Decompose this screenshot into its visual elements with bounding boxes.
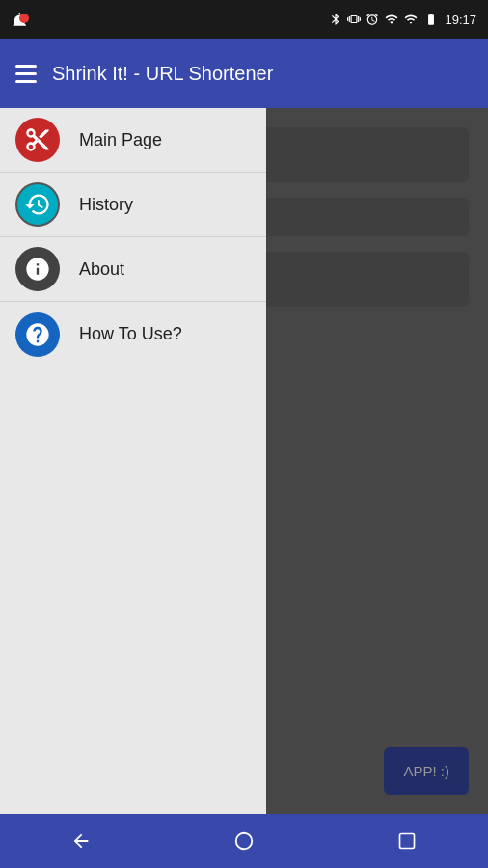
home-icon xyxy=(233,830,255,852)
menu-button[interactable] xyxy=(15,65,37,83)
svg-point-0 xyxy=(236,833,253,850)
nav-item-main-page[interactable]: Main Page xyxy=(0,108,266,173)
menu-line-3 xyxy=(15,80,37,83)
nav-item-about[interactable]: About xyxy=(0,237,266,302)
status-time: 19:17 xyxy=(445,13,476,27)
notification-dot xyxy=(19,14,29,23)
home-button[interactable] xyxy=(215,814,273,868)
main-page-icon xyxy=(15,118,60,162)
nav-item-history[interactable]: History xyxy=(0,173,266,237)
bluetooth-icon xyxy=(329,13,342,26)
nav-drawer: Main Page History About xyxy=(0,108,266,814)
app-title: Shrink It! - URL Shortener xyxy=(52,63,273,85)
recents-icon xyxy=(397,831,417,851)
vibrate-icon xyxy=(347,13,361,26)
how-to-icon xyxy=(15,312,60,357)
svg-rect-1 xyxy=(399,834,414,849)
about-icon xyxy=(15,247,60,291)
recents-button[interactable] xyxy=(378,814,436,868)
bottom-nav-bar xyxy=(0,814,488,868)
back-icon xyxy=(70,830,92,852)
back-button[interactable] xyxy=(52,814,110,868)
status-left xyxy=(12,11,29,28)
content-area: ! :D ! APP! :) Main Page xyxy=(0,108,488,814)
how-to-use-label: How To Use? xyxy=(79,324,182,344)
signal-icon xyxy=(404,13,418,26)
wifi-icon xyxy=(384,13,399,26)
status-bar: 19:17 xyxy=(0,0,488,39)
menu-line-1 xyxy=(15,65,37,68)
menu-line-2 xyxy=(15,72,37,75)
about-label: About xyxy=(79,259,124,280)
toolbar: Shrink It! - URL Shortener xyxy=(0,39,488,108)
battery-icon xyxy=(422,13,440,26)
notification-icon-wrap xyxy=(12,11,29,28)
history-label: History xyxy=(79,195,133,215)
alarm-icon xyxy=(366,13,379,26)
history-icon xyxy=(15,182,60,227)
nav-item-how-to-use[interactable]: How To Use? xyxy=(0,302,266,366)
status-right: 19:17 xyxy=(329,13,476,27)
main-page-label: Main Page xyxy=(79,130,162,150)
